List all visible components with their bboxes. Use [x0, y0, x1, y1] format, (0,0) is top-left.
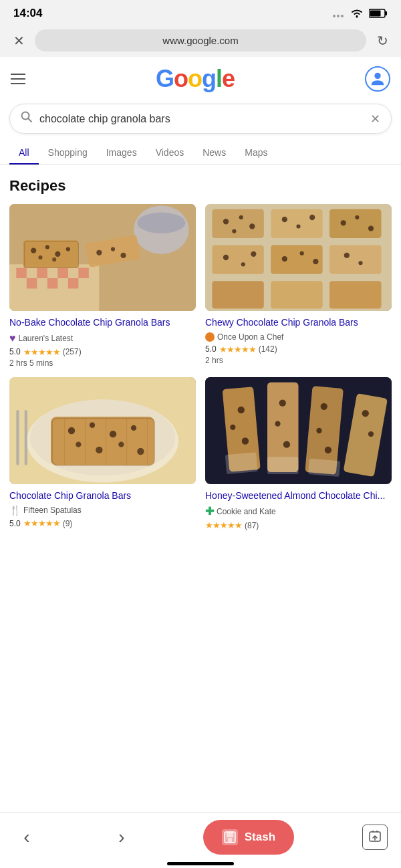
recipe-card-2[interactable]: Chewy Chocolate Chip Granola Bars Once U… [205, 204, 392, 368]
svg-point-32 [120, 253, 126, 258]
svg-point-27 [38, 255, 42, 259]
browser-url-bar[interactable]: www.google.com [35, 29, 366, 51]
share-button[interactable] [362, 825, 388, 850]
svg-rect-64 [51, 417, 154, 465]
recipe-image-4 [205, 377, 392, 484]
svg-point-95 [362, 410, 369, 417]
battery-icon [369, 9, 388, 18]
recipe-3-rating: 5.0 ★★★★★ (9) [9, 518, 196, 528]
filter-tabs: All Shopping Images Videos News Maps [0, 142, 401, 165]
svg-point-90 [275, 421, 280, 426]
svg-point-60 [358, 261, 362, 265]
svg-rect-97 [225, 452, 258, 474]
svg-point-30 [96, 250, 102, 255]
svg-point-96 [368, 431, 374, 437]
svg-point-43 [223, 219, 229, 224]
recipe-4-stars: ★★★★★ [205, 520, 242, 530]
svg-point-25 [55, 251, 60, 257]
svg-point-86 [238, 406, 245, 413]
tab-shopping[interactable]: Shopping [39, 142, 97, 165]
recipe-3-source-name: Fifteen Spatulas [23, 506, 82, 515]
svg-rect-18 [68, 278, 79, 289]
svg-point-88 [242, 437, 249, 444]
tab-videos[interactable]: Videos [146, 142, 194, 165]
svg-rect-12 [16, 268, 27, 279]
svg-point-49 [309, 215, 315, 220]
recipe-card-3[interactable]: Chocolate Chip Granola Bars 🍴 Fifteen Sp… [9, 377, 196, 532]
recipe-image-3 [9, 377, 196, 484]
google-header: Google [0, 57, 401, 101]
recipe-2-title: Chewy Chocolate Chip Granola Bars [205, 316, 392, 330]
recipe-2-score: 5.0 [205, 344, 217, 354]
recipe-card-1[interactable]: No-Bake Chocolate Chip Granola Bars ♥ La… [9, 204, 196, 368]
forward-button[interactable]: › [108, 827, 135, 848]
browser-close-button[interactable]: ✕ [9, 33, 28, 49]
svg-rect-5 [385, 11, 387, 15]
recipe-4-source-name: Cookie and Kate [217, 507, 276, 516]
recipes-heading: Recipes [9, 177, 392, 195]
recipe-1-illustration [9, 204, 196, 311]
svg-line-9 [28, 118, 31, 122]
profile-button[interactable] [365, 66, 390, 92]
tab-all[interactable]: All [9, 142, 39, 165]
recipe-grid: No-Bake Chocolate Chip Granola Bars ♥ La… [9, 204, 392, 532]
svg-point-3 [356, 16, 358, 18]
stash-label: Stash [245, 831, 275, 844]
svg-point-23 [31, 248, 36, 253]
recipe-1-source: ♥ Lauren's Latest [9, 332, 196, 344]
stash-save-icon [223, 831, 237, 844]
back-button[interactable]: ‹ [13, 827, 40, 848]
svg-point-74 [131, 425, 136, 430]
recipe-3-score: 5.0 [9, 519, 21, 528]
svg-rect-35 [271, 209, 323, 238]
recipe-3-stars: ★★★★★ [23, 518, 60, 528]
recipe-3-count: (9) [63, 519, 73, 528]
svg-point-1 [337, 15, 340, 17]
recipe-2-count: (142) [259, 344, 277, 354]
recipe-1-score: 5.0 [9, 347, 21, 356]
share-icon [368, 831, 382, 844]
recipe-2-source: Once Upon a Chef [205, 332, 392, 342]
svg-rect-80 [25, 410, 27, 465]
svg-rect-101 [227, 832, 233, 837]
recipe-4-rating: ★★★★★ (87) [205, 520, 392, 530]
recipe-4-count: (87) [245, 521, 259, 530]
stash-button[interactable]: Stash [203, 820, 294, 855]
svg-point-0 [333, 15, 336, 17]
svg-point-20 [137, 213, 185, 233]
svg-point-7 [374, 73, 380, 79]
recipe-4-illustration [205, 377, 392, 484]
svg-rect-17 [47, 278, 58, 289]
svg-rect-41 [271, 281, 323, 308]
hamburger-menu-button[interactable] [11, 74, 25, 84]
recipe-1-rating: 5.0 ★★★★★ (257) [9, 347, 196, 357]
recipe-1-stars: ★★★★★ [23, 347, 60, 357]
tab-news[interactable]: News [193, 142, 235, 165]
svg-point-2 [341, 15, 344, 17]
tab-maps[interactable]: Maps [235, 142, 277, 165]
recipe-2-source-icon [205, 332, 215, 342]
svg-point-46 [232, 229, 236, 233]
svg-point-73 [110, 431, 116, 437]
recipe-4-source: ✚ Cookie and Kate [205, 505, 392, 518]
search-clear-button[interactable]: ✕ [370, 112, 380, 126]
svg-point-26 [66, 247, 70, 251]
browser-bar: ✕ www.google.com ↻ [0, 24, 401, 57]
recipe-2-rating: 5.0 ★★★★★ (142) [205, 344, 392, 354]
browser-refresh-button[interactable]: ↻ [373, 33, 392, 49]
stash-icon [222, 829, 238, 845]
svg-point-91 [283, 441, 290, 447]
tab-images[interactable]: Images [97, 142, 146, 165]
svg-rect-36 [329, 209, 382, 238]
svg-point-58 [313, 259, 318, 264]
search-bar[interactable]: chocolate chip granola bars ✕ [9, 104, 392, 134]
svg-point-56 [282, 256, 287, 261]
recipe-card-4[interactable]: Honey-Sweetened Almond Chocolate Chi... … [205, 377, 392, 532]
recipe-1-title: No-Bake Chocolate Chip Granola Bars [9, 316, 196, 330]
svg-rect-14 [57, 268, 68, 279]
svg-rect-40 [212, 281, 264, 308]
svg-point-50 [341, 220, 346, 225]
svg-point-44 [239, 215, 243, 219]
svg-rect-37 [212, 245, 264, 274]
svg-point-54 [241, 262, 245, 266]
